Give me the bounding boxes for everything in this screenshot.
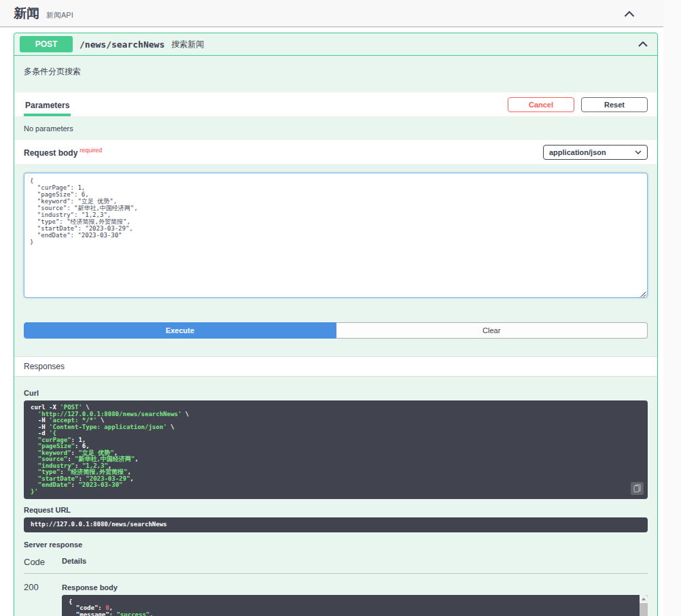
response-body-block: { "code": 0, "message": "success", "data… <box>62 595 648 616</box>
response-body-code: { "code": 0, "message": "success", "data… <box>62 595 648 616</box>
code-column-header: Code <box>24 557 62 567</box>
scrollbar[interactable] <box>640 595 648 616</box>
status-code: 200 <box>24 582 62 616</box>
scrollbar-thumb[interactable] <box>640 603 648 616</box>
response-row: 200 Response body { "code": 0, "message"… <box>24 574 648 616</box>
request-url-value: http://127.0.0.1:8080/news/searchNews <box>24 517 648 532</box>
clear-button[interactable]: Clear <box>336 322 648 339</box>
chevron-up-icon[interactable] <box>624 11 635 17</box>
responses-heading: Responses <box>14 356 657 377</box>
swagger-page: 新闻 新闻API POST /news/searchNews 搜索新闻 多条件分… <box>0 0 663 616</box>
reset-button[interactable]: Reset <box>581 97 648 112</box>
tab-parameters[interactable]: Parameters <box>24 93 71 116</box>
response-details: Response body { "code": 0, "message": "s… <box>62 582 648 616</box>
responses-body: Curl curl -X 'POST' \ 'http://127.0.0.1:… <box>14 377 657 616</box>
operation-description: 多条件分页搜索 <box>14 56 657 92</box>
response-table-header: Code Details <box>24 557 648 574</box>
method-badge: POST <box>20 36 73 52</box>
content-type-select[interactable]: application/json <box>543 145 648 160</box>
operation-summary: 搜索新闻 <box>171 39 204 50</box>
scroll-up-arrow-icon[interactable] <box>640 595 648 603</box>
request-body-editor <box>14 165 657 314</box>
request-url-label: Request URL <box>24 506 648 514</box>
page-title: 新闻 <box>14 5 39 22</box>
opblock-post: POST /news/searchNews 搜索新闻 多条件分页搜索 Param… <box>14 33 658 616</box>
operation-path: /news/searchNews <box>80 39 164 50</box>
tag-section-header[interactable]: 新闻 新闻API <box>0 0 663 27</box>
content-type-value: application/json <box>549 148 606 156</box>
request-body-label: Request bodyrequired <box>24 147 102 158</box>
parameters-section-header: Parameters Cancel Reset <box>14 92 657 117</box>
execute-button[interactable]: Execute <box>24 322 336 339</box>
chevron-up-icon[interactable] <box>638 41 648 47</box>
server-response-label: Server response <box>24 541 648 549</box>
response-body-label: Response body <box>62 583 648 592</box>
curl-label: Curl <box>24 389 648 397</box>
copy-icon[interactable] <box>631 482 644 495</box>
curl-command-block: curl -X 'POST' \ 'http://127.0.0.1:8080/… <box>24 400 648 499</box>
page-subtitle: 新闻API <box>46 10 73 20</box>
execute-row: Execute Clear <box>14 314 657 347</box>
request-body-textarea[interactable] <box>24 173 648 298</box>
cancel-button[interactable]: Cancel <box>508 97 574 112</box>
required-badge: required <box>80 147 102 154</box>
details-column-header: Details <box>62 557 86 567</box>
no-parameters-message: No parameters <box>14 117 657 140</box>
spacer <box>14 347 657 356</box>
opblock-header[interactable]: POST /news/searchNews 搜索新闻 <box>14 33 657 56</box>
request-body-section-header: Request bodyrequired application/json <box>14 140 657 165</box>
chevron-down-icon <box>635 150 642 154</box>
